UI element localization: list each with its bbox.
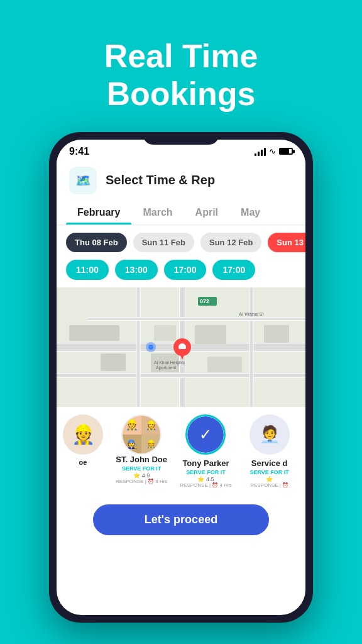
- rep-name-tony: Tony Parker: [182, 458, 229, 468]
- rep-card-tony[interactable]: ✓ Tony Parker SERVE FOR IT ⭐ 4.5 RESPONS…: [173, 414, 238, 488]
- rep-response-tony: RESPONSE | ⏰ 4 Hrs: [180, 482, 231, 488]
- svg-text:Al Waha St: Al Waha St: [239, 311, 264, 317]
- svg-rect-15: [195, 325, 226, 344]
- status-icons: ∿: [255, 147, 293, 156]
- rep-response-stjohn: RESPONSE | ⏰ 8 Hrs: [116, 479, 167, 484]
- rep-avatar-service: 🧑‍💼: [250, 414, 290, 455]
- rep-name-stjohn: ST. John Doe: [116, 455, 167, 464]
- app-header: 🗺️ Select Time & Rep: [57, 160, 305, 201]
- rep-card-partial[interactable]: 👷 oe: [57, 414, 109, 488]
- wifi-icon: ∿: [269, 147, 276, 156]
- phone-screen: 9:41 ∿ 🗺️ Select Time & Rep: [57, 140, 305, 615]
- time-chip-1[interactable]: 13:00: [115, 260, 158, 280]
- time-chips: 11:00 13:00 17:00 17:00: [57, 260, 305, 287]
- rep-card-service[interactable]: 🧑‍💼 Service d SERVE FOR IT ⭐ RESPONSE | …: [238, 414, 301, 488]
- date-scroll: Thu 08 Feb Sun 11 Feb Sun 12 Feb Sun 13 …: [57, 225, 305, 260]
- phone-notch: [143, 132, 219, 145]
- reps-section: 👷 oe 👷 👷 🧑‍🔧 👷 ST. John Doe SERVE FOR IT…: [57, 407, 305, 496]
- rep-card-stjohn[interactable]: 👷 👷 🧑‍🔧 👷 ST. John Doe SERVE FOR IT ⭐ 4.…: [109, 414, 173, 488]
- time-chip-3[interactable]: 17:00: [212, 260, 255, 280]
- map-view[interactable]: Al Khail Heights Apartment Al Waha St 07…: [57, 287, 305, 407]
- rep-name-partial: oe: [79, 458, 87, 466]
- phone-frame: 9:41 ∿ 🗺️ Select Time & Rep: [49, 132, 313, 623]
- svg-rect-19: [69, 325, 119, 341]
- svg-rect-14: [154, 325, 176, 341]
- time-chip-0[interactable]: 11:00: [66, 260, 109, 280]
- tab-march[interactable]: March: [131, 201, 184, 225]
- rep-avatar-tony: ✓: [185, 414, 226, 455]
- tab-may[interactable]: May: [229, 201, 272, 225]
- svg-rect-18: [264, 325, 289, 343]
- rep-rating-stjohn: ⭐ 4.9: [133, 472, 150, 479]
- tab-april[interactable]: April: [184, 201, 229, 225]
- svg-text:Al Khail Heights: Al Khail Heights: [154, 360, 185, 365]
- checkmark-badge: ✓: [187, 416, 224, 453]
- proceed-button[interactable]: Let's proceed: [93, 504, 269, 535]
- app-logo: 🗺️: [69, 167, 97, 194]
- tab-february[interactable]: February: [66, 201, 131, 225]
- rep-avatar-partial: 👷: [63, 414, 103, 455]
- rep-tag-stjohn: SERVE FOR IT: [122, 465, 161, 472]
- rep-name-service: Service d: [251, 458, 288, 468]
- status-time: 9:41: [69, 146, 89, 157]
- signal-icon: [255, 147, 266, 156]
- rep-tag-tony: SERVE FOR IT: [186, 469, 225, 475]
- rep-response-service: RESPONSE | ⏰: [250, 482, 288, 488]
- svg-rect-16: [101, 353, 126, 371]
- rep-avatar-stjohn: 👷 👷 🧑‍🔧 👷: [121, 414, 162, 455]
- svg-point-29: [148, 345, 153, 350]
- hero-title: Real Time Bookings: [104, 38, 258, 113]
- date-chip-3[interactable]: Sun 13 Fe: [268, 233, 305, 252]
- date-chip-2[interactable]: Sun 12 Feb: [200, 233, 261, 252]
- rep-rating-tony: ⭐ 4.5: [197, 476, 214, 482]
- time-chip-2[interactable]: 17:00: [164, 260, 207, 280]
- svg-text:Apartment: Apartment: [156, 365, 176, 370]
- rep-rating-service: ⭐: [266, 476, 273, 482]
- svg-text:072: 072: [200, 298, 209, 304]
- battery-icon: [279, 148, 293, 155]
- proceed-section: Let's proceed: [57, 496, 305, 544]
- date-chip-1[interactable]: Sun 11 Feb: [133, 233, 194, 252]
- app-title: Select Time & Rep: [106, 173, 215, 187]
- date-chip-0[interactable]: Thu 08 Feb: [66, 233, 127, 252]
- month-tabs: February March April May: [57, 201, 305, 225]
- svg-rect-17: [207, 357, 242, 372]
- rep-tag-service: SERVE FOR IT: [250, 469, 288, 475]
